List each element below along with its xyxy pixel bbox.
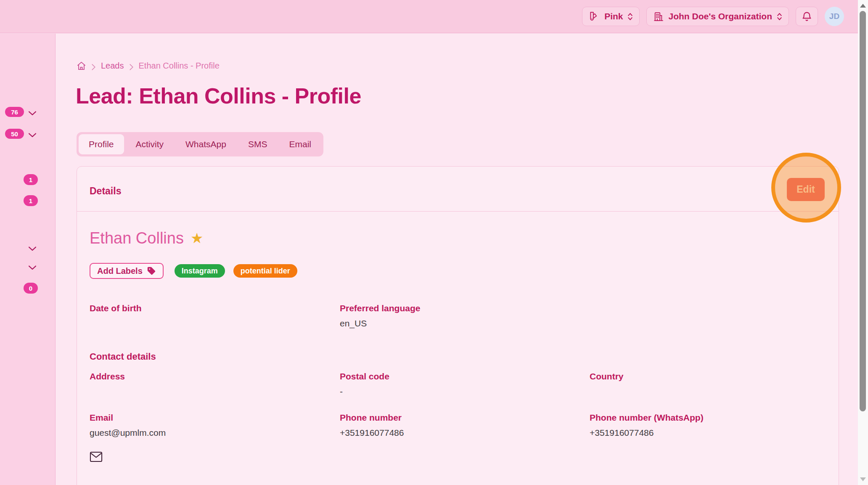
labels-row: Add Labels Instagram potential lider <box>90 263 826 279</box>
field-value: +351916077486 <box>340 428 590 439</box>
sidebar: 76 50 1 1 0 <box>0 34 56 485</box>
details-card: Details Edit Ethan Collins ★ Add Labels <box>77 166 839 485</box>
tab-profile[interactable]: Profile <box>79 134 124 154</box>
scrollbar-down-arrow-icon[interactable] <box>860 477 866 481</box>
tab-bar: Profile Activity WhatsApp SMS Email <box>77 132 323 156</box>
theme-selector-label: Pink <box>604 11 623 21</box>
field-label: Phone number (WhatsApp) <box>590 413 826 423</box>
contact-fields-row-2: Email guest@upmlm.com Phone number +3519… <box>90 413 826 439</box>
breadcrumb-current: Ethan Collins - Profile <box>139 61 220 71</box>
chevron-updown-icon <box>777 12 782 21</box>
sidebar-badge-label: 1 <box>29 197 32 204</box>
organization-selector-label: John Doe's Organization <box>668 11 772 21</box>
field-date-of-birth: Date of birth <box>90 303 340 329</box>
chevron-down-icon[interactable] <box>29 245 36 250</box>
field-address: Address <box>90 371 340 398</box>
field-value <box>90 318 340 329</box>
field-phone-whatsapp: Phone number (WhatsApp) +351916077486 <box>590 413 826 439</box>
vertical-scrollbar[interactable] <box>858 0 868 485</box>
field-value <box>590 387 826 398</box>
card-body: Ethan Collins ★ Add Labels Instagram <box>77 212 839 464</box>
organization-selector[interactable]: John Doe's Organization <box>646 7 789 26</box>
chevron-down-icon[interactable] <box>29 264 36 269</box>
avatar-initials: JD <box>829 12 839 21</box>
tab-sms[interactable]: SMS <box>238 134 278 154</box>
notifications-button[interactable] <box>796 7 818 26</box>
sidebar-count-badge[interactable]: 0 <box>24 283 38 294</box>
building-icon <box>653 11 664 22</box>
chevron-down-icon[interactable] <box>29 132 36 136</box>
add-labels-button[interactable]: Add Labels <box>90 263 164 279</box>
field-label: Country <box>590 371 826 382</box>
tag-icon <box>147 266 156 276</box>
field-label: Phone number <box>340 413 590 423</box>
tab-whatsapp[interactable]: WhatsApp <box>175 134 236 154</box>
add-labels-label: Add Labels <box>97 266 143 276</box>
tab-email[interactable]: Email <box>279 134 321 154</box>
sidebar-badge-label: 76 <box>11 109 18 116</box>
chevron-updown-icon <box>627 12 633 21</box>
star-icon[interactable]: ★ <box>191 231 203 245</box>
chevron-right-icon <box>92 63 95 69</box>
field-label: Address <box>90 371 340 382</box>
label-badge-potential-lider[interactable]: potential lider <box>233 264 297 278</box>
field-value: en_US <box>340 318 590 329</box>
sidebar-badge-50[interactable]: 50 <box>5 129 24 139</box>
contact-details-title: Contact details <box>90 351 826 362</box>
email-icon-row <box>90 451 826 464</box>
personal-fields: Date of birth Preferred language en_US <box>90 303 826 329</box>
sidebar-badge-label: 50 <box>11 130 18 138</box>
main-content: Leads Ethan Collins - Profile Lead: Etha… <box>56 34 858 485</box>
user-avatar[interactable]: JD <box>825 7 844 26</box>
field-label: Email <box>90 413 340 423</box>
breadcrumb: Leads Ethan Collins - Profile <box>77 61 220 71</box>
field-label: Date of birth <box>90 303 340 313</box>
theme-selector[interactable]: Pink <box>582 7 640 26</box>
lead-name: Ethan Collins <box>90 228 184 248</box>
field-value: guest@upmlm.com <box>90 428 340 439</box>
chevron-right-icon <box>130 63 133 69</box>
field-country: Country <box>590 371 826 398</box>
lead-name-row: Ethan Collins ★ <box>90 228 826 248</box>
page-title: Lead: Ethan Collins - Profile <box>76 83 361 109</box>
field-value: - <box>340 387 590 398</box>
scrollbar-thumb[interactable] <box>860 11 866 411</box>
scrollbar-up-arrow-icon[interactable] <box>860 4 866 8</box>
sidebar-badge-label: 0 <box>29 285 32 292</box>
home-icon[interactable] <box>77 61 86 71</box>
field-label: Postal code <box>340 371 590 382</box>
topbar: Pink John Doe's Organization <box>0 0 858 33</box>
tab-activity[interactable]: Activity <box>126 134 174 154</box>
label-badge-instagram[interactable]: Instagram <box>175 264 225 278</box>
card-title: Details <box>90 186 121 197</box>
field-postal-code: Postal code - <box>340 371 590 398</box>
envelope-icon[interactable] <box>90 451 103 462</box>
breadcrumb-link-leads[interactable]: Leads <box>101 61 124 71</box>
field-phone-number: Phone number +351916077486 <box>340 413 590 439</box>
field-label: Preferred language <box>340 303 590 313</box>
contact-fields-row-1: Address Postal code - Country <box>90 371 826 398</box>
app-window: Pink John Doe's Organization <box>0 0 868 485</box>
sidebar-count-badge[interactable]: 1 <box>24 174 38 185</box>
sidebar-badge-label: 1 <box>29 176 32 183</box>
edit-button[interactable]: Edit <box>787 178 825 201</box>
field-preferred-language: Preferred language en_US <box>340 303 590 329</box>
sidebar-count-badge[interactable]: 1 <box>24 195 38 206</box>
field-value <box>90 387 340 398</box>
swatch-icon <box>589 11 600 22</box>
chevron-down-icon[interactable] <box>29 110 36 114</box>
field-value: +351916077486 <box>590 428 826 439</box>
bell-icon <box>801 11 812 22</box>
sidebar-badge-76[interactable]: 76 <box>5 107 24 117</box>
field-email: Email guest@upmlm.com <box>90 413 340 439</box>
